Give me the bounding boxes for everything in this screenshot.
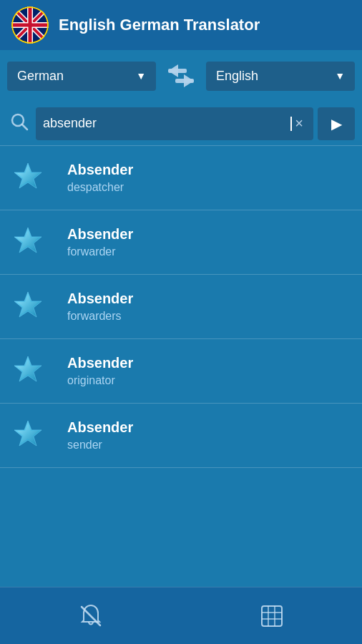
result-text-block: Absender forwarders: [67, 291, 133, 323]
search-bar: absender × ▶: [0, 102, 362, 146]
svg-rect-14: [175, 79, 194, 83]
result-item[interactable]: Absender sender: [0, 404, 362, 468]
svg-rect-8: [11, 24, 49, 27]
clear-button[interactable]: ×: [292, 115, 306, 132]
search-input-container[interactable]: absender ×: [36, 107, 313, 140]
result-translation: sender: [67, 439, 133, 452]
search-icon: [7, 112, 31, 135]
source-language-label: German: [17, 69, 64, 84]
bottom-navigation: [0, 587, 362, 644]
star-icon: [11, 160, 56, 196]
source-language-selector[interactable]: German ▼: [7, 62, 156, 91]
result-translation: forwarder: [67, 245, 133, 258]
grid-button[interactable]: [250, 595, 293, 638]
search-input[interactable]: absender: [43, 116, 290, 131]
result-word: Absender: [67, 226, 133, 243]
result-word: Absender: [67, 291, 133, 307]
language-bar: German ▼ English ▼: [0, 50, 362, 102]
result-translation: despatcher: [67, 181, 133, 194]
result-item[interactable]: Absender originator: [0, 339, 362, 404]
mute-button[interactable]: [69, 595, 112, 638]
source-lang-chevron-icon: ▼: [136, 70, 146, 82]
go-button[interactable]: ▶: [318, 107, 355, 140]
result-word: Absender: [67, 162, 133, 178]
results-list: Absender despatcher Absender: [0, 146, 362, 468]
star-icon: [11, 418, 56, 454]
svg-rect-28: [262, 606, 282, 626]
result-text-block: Absender despatcher: [67, 162, 133, 194]
app-title: English German Translator: [59, 16, 260, 34]
svg-rect-12: [168, 69, 187, 73]
result-text-block: Absender forwarder: [67, 226, 133, 258]
go-icon: ▶: [331, 115, 342, 132]
result-item[interactable]: Absender forwarders: [0, 275, 362, 339]
swap-languages-button[interactable]: [162, 59, 200, 93]
result-translation: forwarders: [67, 310, 133, 323]
target-language-label: English: [216, 69, 258, 84]
result-word: Absender: [67, 355, 133, 371]
app-header: English German Translator: [0, 0, 362, 50]
result-item[interactable]: Absender despatcher: [0, 146, 362, 210]
result-translation: originator: [67, 374, 133, 387]
result-text-block: Absender sender: [67, 419, 133, 452]
target-language-selector[interactable]: English ▼: [206, 62, 355, 91]
star-icon: [11, 353, 56, 389]
app-logo: [11, 6, 49, 44]
result-text-block: Absender originator: [67, 355, 133, 387]
star-icon: [11, 225, 56, 260]
result-word: Absender: [67, 419, 133, 436]
target-lang-chevron-icon: ▼: [335, 70, 345, 82]
star-icon: [11, 289, 56, 325]
result-item[interactable]: Absender forwarder: [0, 210, 362, 275]
svg-line-16: [22, 125, 27, 130]
